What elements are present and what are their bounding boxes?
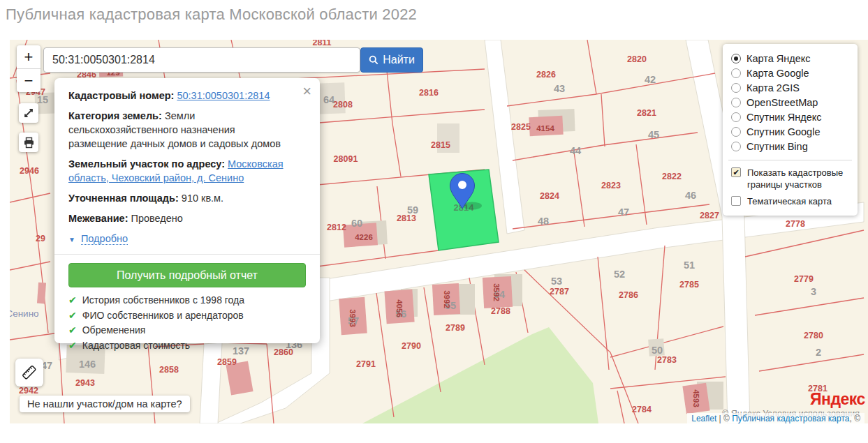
house-number-label: 46 <box>685 190 696 201</box>
parcel-label: 2826 <box>536 70 556 80</box>
benefit-item: ✔ФИО собственников и арендаторов <box>68 308 306 324</box>
house-number-label: 15 <box>37 94 48 105</box>
house-number-label: 45 <box>648 129 659 140</box>
details-link[interactable]: Подробно <box>81 233 128 245</box>
house-number-label: 60 <box>351 218 362 229</box>
parcel-label: 2812 <box>327 223 346 232</box>
checkbox-icon[interactable] <box>731 196 741 206</box>
house-number-label: 43 <box>554 83 565 94</box>
parcel-label: 2788 <box>491 306 510 316</box>
house-number-label: 47 <box>618 207 629 218</box>
parcel-label: 2815 <box>431 140 450 150</box>
checkbox-icon[interactable]: ✔ <box>731 167 741 177</box>
yandex-logo: Яндекс <box>810 390 865 409</box>
not-found-tooltip[interactable]: Не нашли участок/дом на карте? <box>20 396 190 412</box>
layer-option-2[interactable]: Карта 2GIS <box>731 80 849 95</box>
measure-button[interactable] <box>15 359 43 386</box>
fullscreen-button[interactable] <box>19 103 38 123</box>
benefit-item: ✔Кадастровая стоимость <box>68 338 306 354</box>
search-icon <box>369 55 378 65</box>
zoom-in-button[interactable]: + <box>17 45 41 69</box>
benefit-label: ФИО собственников и арендаторов <box>82 308 244 324</box>
parcel-label: 2779 <box>794 274 814 284</box>
layer-option-label: Карта Google <box>746 68 809 79</box>
chevron-down-icon: ▼ <box>68 236 75 243</box>
parcel-label: 2943 <box>75 378 95 388</box>
zoom-control: + − <box>17 45 41 92</box>
layer-option-label: Спутник Bing <box>746 141 808 152</box>
parcel-label: 2790 <box>402 341 421 351</box>
leaflet-link[interactable]: Leaflet <box>691 414 716 423</box>
details-row: ▼ Подробно <box>68 232 306 246</box>
layer-option-0[interactable]: Карта Яндекс <box>731 51 849 66</box>
base-layer-options: Карта ЯндексКарта GoogleКарта 2GISOpenSt… <box>731 51 849 153</box>
benefit-item: ✔История собственников с 1998 года <box>68 293 306 308</box>
parcel-label: 2783 <box>657 355 677 365</box>
cadastral-number-label: Кадастровый номер: <box>68 90 174 101</box>
parcel-label: 2858 <box>159 365 179 375</box>
overlay-options: ✔Показать кадастровые границы участковТе… <box>731 167 849 207</box>
radio-icon[interactable] <box>731 142 741 151</box>
layer-option-6[interactable]: Спутник Bing <box>731 139 849 153</box>
house-number-label: 50 <box>652 345 663 356</box>
survey-row: Межевание: Проведено <box>68 211 306 225</box>
parcel-label: 29 <box>36 234 45 243</box>
layer-option-3[interactable]: OpenStreetMap <box>731 95 849 110</box>
pkk-link[interactable]: Публичная кадастровая карта <box>732 414 849 423</box>
zoom-out-button[interactable]: − <box>17 69 41 92</box>
house-number-label: 44 <box>570 145 581 156</box>
benefit-label: Кадастровая стоимость <box>82 338 190 354</box>
check-icon: ✔ <box>68 308 77 324</box>
house-number-label: 53 <box>551 276 562 287</box>
search-button[interactable]: Найти <box>360 47 423 73</box>
close-icon[interactable]: × <box>302 84 311 99</box>
parcel-label: 3993 <box>348 309 357 327</box>
page-title: Публичная кадастровая карта Московской о… <box>6 6 417 24</box>
layer-option-label: Спутник Google <box>746 126 820 137</box>
parcel-label: 4226 <box>355 233 373 241</box>
print-button[interactable] <box>19 133 38 152</box>
layer-option-label: Спутник Яндекс <box>746 112 821 123</box>
parcel-label: 2827 <box>700 211 719 220</box>
house-number-label: 48 <box>538 216 549 227</box>
parcel-label: 4593 <box>692 389 700 407</box>
parcel-label: 2778 <box>786 219 805 229</box>
overlay-option-0[interactable]: ✔Показать кадастровые границы участков <box>731 167 849 190</box>
land-category-row: Категория земель: Земли сельскохозяйстве… <box>68 109 306 151</box>
layer-option-5[interactable]: Спутник Google <box>731 124 849 139</box>
layer-option-label: Карта Яндекс <box>746 53 811 64</box>
search-input[interactable] <box>43 47 360 73</box>
cadastral-number-link[interactable]: 50:31:0050301:2814 <box>177 90 270 101</box>
radio-icon[interactable] <box>731 98 741 107</box>
parcel-label: 2784 <box>632 405 652 414</box>
house-number-label: 3 <box>811 286 816 297</box>
radio-icon[interactable] <box>731 127 741 137</box>
attribution-tail: , © <box>849 414 860 423</box>
get-report-button[interactable]: Получить подробный отчет <box>68 263 306 287</box>
house-number-label: 146 <box>79 359 96 370</box>
attribution-separator: | © <box>716 414 732 423</box>
layer-option-1[interactable]: Карта Google <box>731 66 849 80</box>
overlay-option-1[interactable]: Тематическая карта <box>731 195 849 207</box>
parcel-label: 2787 <box>550 287 569 296</box>
check-icon: ✔ <box>68 338 77 354</box>
layer-option-4[interactable]: Спутник Яндекс <box>731 110 849 124</box>
parcel-label: 4154 <box>536 124 554 133</box>
parcel-label: 2822 <box>662 172 682 181</box>
parcel-label: 2816 <box>419 88 439 98</box>
house-number-label: 51 <box>684 260 695 271</box>
cadastral-map-page: { "title": "Публичная кадастровая карта … <box>0 0 868 443</box>
radio-icon[interactable] <box>731 112 741 122</box>
layer-option-label: Карта 2GIS <box>746 82 800 93</box>
radio-icon[interactable] <box>731 68 741 78</box>
survey-value: Проведено <box>131 213 183 224</box>
house-number-label: 52 <box>614 269 625 280</box>
area-label: Уточненная площадь: <box>68 193 179 204</box>
land-category-note: размещение дачных домов и садовых домов <box>68 138 281 149</box>
parcel-label: 2824 <box>540 191 559 201</box>
radio-icon[interactable] <box>731 83 741 93</box>
parcel-label: 2825 <box>511 122 531 132</box>
radio-icon[interactable] <box>731 54 741 63</box>
benefit-item: ✔Обременения <box>68 323 306 338</box>
parcel-label: 2808 <box>333 100 353 110</box>
